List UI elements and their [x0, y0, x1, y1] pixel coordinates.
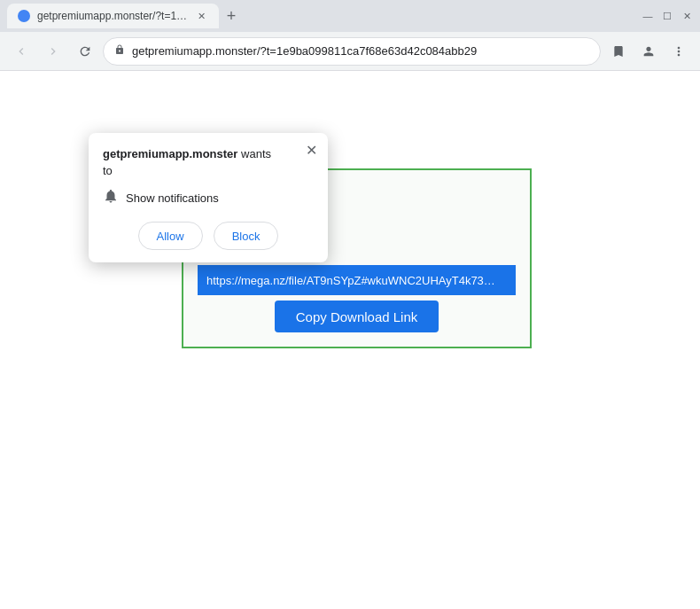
tab-bar: getpremiumapp.monster/?t=1… ✕ + — [7, 0, 638, 32]
profile-button[interactable] — [634, 37, 663, 66]
bell-icon — [103, 188, 119, 207]
notification-buttons: Allow Block — [103, 222, 314, 250]
title-bar: getpremiumapp.monster/?t=1… ✕ + — ☐ ✕ — [0, 0, 700, 32]
notification-subtitle: to — [103, 164, 314, 177]
reload-button[interactable] — [71, 37, 99, 66]
url-input-box[interactable]: https://mega.nz/file/AT9nSYpZ#wkuWNC2UHA… — [198, 265, 516, 295]
close-button[interactable]: ✕ — [681, 10, 693, 22]
maximize-button[interactable]: ☐ — [661, 10, 673, 22]
notification-close-button[interactable]: ✕ — [306, 142, 317, 159]
tab-title: getpremiumapp.monster/?t=1… — [37, 10, 187, 22]
menu-button[interactable] — [665, 37, 693, 66]
toolbar-actions — [604, 37, 693, 66]
allow-button[interactable]: Allow — [138, 222, 203, 250]
notification-option: Show notifications — [103, 188, 314, 207]
lock-icon — [114, 43, 125, 59]
notification-title: getpremiumapp.monster wants — [103, 147, 314, 160]
back-button[interactable] — [7, 37, 35, 66]
content-area: GetT…Cut… dy... 5 RL in browser https://… — [0, 71, 700, 609]
copy-download-link-button[interactable]: Copy Download Link — [275, 301, 439, 332]
notification-popup: ✕ getpremiumapp.monster wants to Show no… — [89, 133, 328, 262]
browser-window: getpremiumapp.monster/?t=1… ✕ + — ☐ ✕ ge… — [0, 0, 700, 609]
url-text: getpremiumapp.monster/?t=1e9ba099811ca7f… — [132, 44, 589, 58]
tab-favicon — [18, 10, 30, 22]
new-tab-button[interactable]: + — [219, 4, 244, 28]
minimize-button[interactable]: — — [642, 10, 654, 22]
forward-button[interactable] — [39, 37, 67, 66]
toolbar: getpremiumapp.monster/?t=1e9ba099811ca7f… — [0, 32, 700, 71]
active-tab[interactable]: getpremiumapp.monster/?t=1… ✕ — [7, 4, 219, 28]
address-bar[interactable]: getpremiumapp.monster/?t=1e9ba099811ca7f… — [103, 37, 601, 66]
bookmark-button[interactable] — [604, 37, 633, 66]
notification-option-text: Show notifications — [126, 191, 219, 205]
tab-close-button[interactable]: ✕ — [194, 9, 208, 23]
window-controls: — ☐ ✕ — [642, 10, 693, 22]
block-button[interactable]: Block — [214, 222, 279, 250]
